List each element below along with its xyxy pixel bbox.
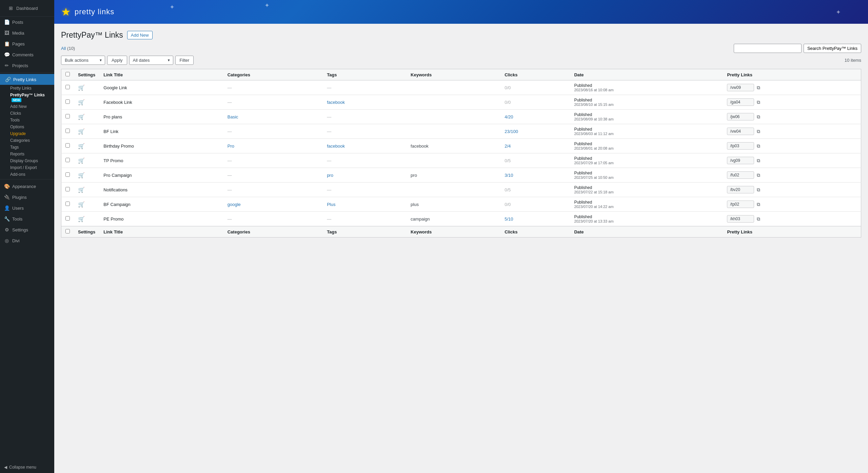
filter-bar: All (10) Search PrettyPay™ Links <box>61 44 861 53</box>
sidebar-sub-categories[interactable]: Categories <box>0 137 54 144</box>
link-title-7: Notifications <box>103 187 127 192</box>
copy-button-5[interactable]: ⧉ <box>755 157 762 164</box>
keywords-val-8: plus <box>411 202 419 207</box>
pretty-links-icon: 🔗 <box>5 77 11 82</box>
sidebar-sub-import-export[interactable]: Import / Export <box>0 164 54 171</box>
link-title-6: Pro Campaign <box>103 173 132 178</box>
col-categories: Categories <box>223 69 323 80</box>
sidebar-sub-prettypay[interactable]: PrettyPay™ Links NEW <box>0 92 54 103</box>
footer-select-all[interactable] <box>65 229 70 233</box>
pretty-link-input-6[interactable] <box>727 171 754 179</box>
copy-button-8[interactable]: ⧉ <box>755 201 762 208</box>
select-all-checkbox[interactable] <box>65 72 70 76</box>
copy-button-3[interactable]: ⧉ <box>755 128 762 135</box>
link-title-5: TP Promo <box>103 158 123 163</box>
footer-col-checkbox <box>61 226 74 238</box>
sidebar-item-tools[interactable]: 🔧 Tools <box>0 213 54 224</box>
sidebar-item-comments[interactable]: 💬 Comments <box>0 49 54 60</box>
sidebar-sub-reports[interactable]: Reports <box>0 151 54 157</box>
col-clicks: Clicks <box>500 69 570 80</box>
clicks-val-0: 0/0 <box>505 85 511 90</box>
copy-button-0[interactable]: ⧉ <box>755 84 762 91</box>
row-checkbox-3[interactable] <box>65 129 70 133</box>
sidebar-item-divi[interactable]: ◎ Divi <box>0 235 54 246</box>
copy-button-6[interactable]: ⧉ <box>755 172 762 179</box>
tag-link-4[interactable]: facebook <box>327 144 345 149</box>
bulk-actions-select[interactable]: Bulk actions <box>61 56 105 65</box>
copy-button-1[interactable]: ⧉ <box>755 99 762 106</box>
category-link-8[interactable]: google <box>228 202 241 207</box>
all-link[interactable]: All <box>61 46 66 51</box>
sidebar-sub-add-ons[interactable]: Add-ons <box>0 171 54 178</box>
sidebar-item-dashboard[interactable]: ⊞ Dashboard <box>4 3 50 14</box>
sidebar-sub-upgrade[interactable]: Upgrade <box>0 130 54 137</box>
row-checkbox-0[interactable] <box>65 85 70 89</box>
categories-val-6: — <box>228 173 232 178</box>
copy-button-4[interactable]: ⧉ <box>755 143 762 150</box>
sidebar-item-posts[interactable]: 📄 Posts <box>0 17 54 27</box>
col-date: Date <box>570 69 723 80</box>
sidebar-item-appearance[interactable]: 🎨 Appearance <box>0 181 54 192</box>
apply-button[interactable]: Apply <box>107 56 127 65</box>
filter-button[interactable]: Filter <box>175 56 194 65</box>
sidebar-item-plugins[interactable]: 🔌 Plugins <box>0 192 54 203</box>
tag-link-6[interactable]: pro <box>327 173 333 178</box>
sidebar-sub-clicks[interactable]: Clicks <box>0 110 54 117</box>
clicks-val-8: 0/0 <box>505 202 511 207</box>
search-button[interactable]: Search PrettyPay™ Links <box>804 44 861 53</box>
row-checkbox-5[interactable] <box>65 158 70 162</box>
dates-select[interactable]: All dates <box>129 56 173 65</box>
pretty-link-input-0[interactable] <box>727 84 754 91</box>
pretty-link-input-5[interactable] <box>727 157 754 164</box>
sidebar-sub-pretty-links[interactable]: Pretty Links <box>0 85 54 92</box>
sidebar-item-settings[interactable]: ⚙ Settings <box>0 224 54 235</box>
pretty-link-input-9[interactable] <box>727 215 754 223</box>
sidebar-item-projects[interactable]: ✏ Projects <box>0 60 54 71</box>
row-checkbox-1[interactable] <box>65 99 70 104</box>
pretty-link-input-7[interactable] <box>727 186 754 193</box>
tag-link-8[interactable]: Plus <box>327 202 335 207</box>
links-table: Settings Link Title Categories Tags Keyw… <box>61 69 861 238</box>
row-checkbox-2[interactable] <box>65 114 70 118</box>
row-checkbox-9[interactable] <box>65 216 70 221</box>
sidebar-sub-add-new[interactable]: Add New <box>0 103 54 110</box>
categories-val-9: — <box>228 216 232 222</box>
copy-button-2[interactable]: ⧉ <box>755 113 762 120</box>
pretty-link-input-1[interactable] <box>727 98 754 106</box>
tag-link-1[interactable]: facebook <box>327 100 345 105</box>
clicks-val-6: 3/10 <box>505 173 513 178</box>
plugins-icon: 🔌 <box>4 194 9 200</box>
sidebar-item-users[interactable]: 👤 Users <box>0 203 54 213</box>
pretty-link-cell-8: ⧉ <box>727 201 857 208</box>
copy-button-9[interactable]: ⧉ <box>755 215 762 223</box>
all-count: All (10) <box>61 46 75 51</box>
sidebar-item-pages[interactable]: 📋 Pages <box>0 38 54 49</box>
sidebar-sub-tags[interactable]: Tags <box>0 144 54 151</box>
row-checkbox-4[interactable] <box>65 143 70 148</box>
add-new-button[interactable]: Add New <box>127 31 153 39</box>
search-input[interactable] <box>734 44 802 53</box>
pretty-link-cell-6: ⧉ <box>727 171 857 179</box>
pretty-link-input-3[interactable] <box>727 128 754 135</box>
sidebar-item-pretty-links[interactable]: 🔗 Pretty Links <box>0 74 54 85</box>
pretty-link-input-2[interactable] <box>727 113 754 120</box>
sidebar-sub-display-groups[interactable]: Display Groups <box>0 157 54 164</box>
row-checkbox-8[interactable] <box>65 202 70 206</box>
sidebar-item-media[interactable]: 🖼 Media <box>0 27 54 38</box>
copy-button-7[interactable]: ⧉ <box>755 186 762 193</box>
cart-icon-3: 🛒 <box>78 129 85 134</box>
toolbar: Bulk actions ▼ Apply All dates ▼ Filter … <box>61 56 861 65</box>
row-checkbox-6[interactable] <box>65 172 70 177</box>
table-row: 🛒Birthday PromoProfacebookfacebook2/4Pub… <box>61 139 861 153</box>
sidebar-sub-tools[interactable]: Tools <box>0 117 54 124</box>
category-link-2[interactable]: Basic <box>228 114 238 119</box>
link-title-2: Pro plans <box>103 114 122 119</box>
pretty-link-input-4[interactable] <box>727 142 754 150</box>
collapse-menu-button[interactable]: ◀ Collapse menu <box>0 461 54 473</box>
category-link-4[interactable]: Pro <box>228 144 234 149</box>
row-checkbox-7[interactable] <box>65 187 70 191</box>
pretty-link-input-8[interactable] <box>727 201 754 208</box>
bulk-actions-wrap: Bulk actions ▼ <box>61 56 105 65</box>
sidebar-sub-options[interactable]: Options <box>0 124 54 130</box>
banner-logo-text: pretty links <box>75 7 114 16</box>
